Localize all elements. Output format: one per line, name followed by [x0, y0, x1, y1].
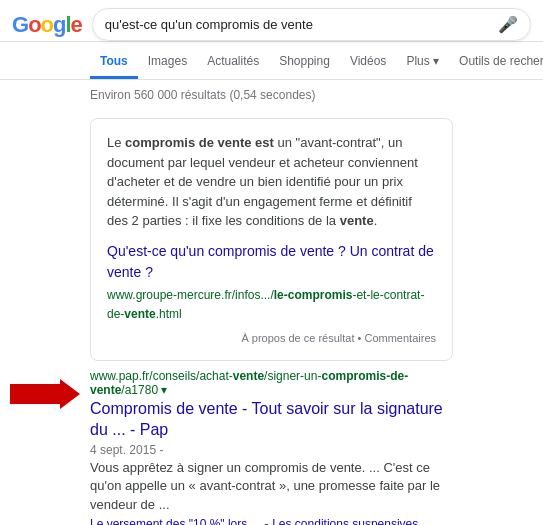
search-input[interactable]: qu'est-ce qu'un compromis de vente — [105, 17, 490, 32]
search-bar[interactable]: qu'est-ce qu'un compromis de vente 🎤 — [92, 8, 531, 41]
result-1-wrapper: www.pap.fr/conseils/achat-vente/signer-u… — [90, 369, 453, 525]
svg-marker-0 — [10, 379, 80, 409]
result-desc: Vous apprêtez à signer un compromis de v… — [90, 459, 453, 525]
result-sublink-2[interactable]: Les conditions suspensives ... — [272, 517, 431, 525]
result-sublink[interactable]: Le versement des "10 %" lors ... — [90, 517, 261, 525]
tab-shopping[interactable]: Shopping — [269, 46, 340, 79]
mic-icon[interactable]: 🎤 — [498, 15, 518, 34]
result-item: www.pap.fr/conseils/achat-vente/signer-u… — [90, 369, 453, 525]
nav-tabs: Tous Images Actualités Shopping Vidéos P… — [0, 46, 543, 79]
snippet-link-url: www.groupe-mercure.fr/infos.../le-compro… — [107, 288, 424, 322]
results-count: Environ 560 000 résultats (0,54 secondes… — [0, 79, 543, 110]
tab-tous[interactable]: Tous — [90, 46, 138, 79]
snippet-link-title[interactable]: Qu'est-ce qu'un compromis de vente ? Un … — [107, 241, 436, 283]
results-area: www.pap.fr/conseils/achat-vente/signer-u… — [0, 369, 543, 525]
result-meta: 4 sept. 2015 - — [90, 443, 453, 457]
tab-videos[interactable]: Vidéos — [340, 46, 396, 79]
featured-snippet: Le compromis de vente est un "avant-cont… — [90, 118, 453, 361]
tab-images[interactable]: Images — [138, 46, 197, 79]
result-title[interactable]: Compromis de vente - Tout savoir sur la … — [90, 399, 453, 441]
tab-outils[interactable]: Outils de recherche — [449, 46, 543, 79]
result-url: www.pap.fr/conseils/achat-vente/signer-u… — [90, 369, 453, 397]
red-arrow-1 — [10, 379, 80, 439]
snippet-footer: À propos de ce résultat • Commentaires — [107, 330, 436, 347]
google-logo: Google — [12, 12, 82, 38]
tab-actualites[interactable]: Actualités — [197, 46, 269, 79]
snippet-text: Le compromis de vente est un "avant-cont… — [107, 133, 436, 231]
header: Google qu'est-ce qu'un compromis de vent… — [0, 0, 543, 42]
tab-plus[interactable]: Plus ▾ — [396, 46, 449, 79]
